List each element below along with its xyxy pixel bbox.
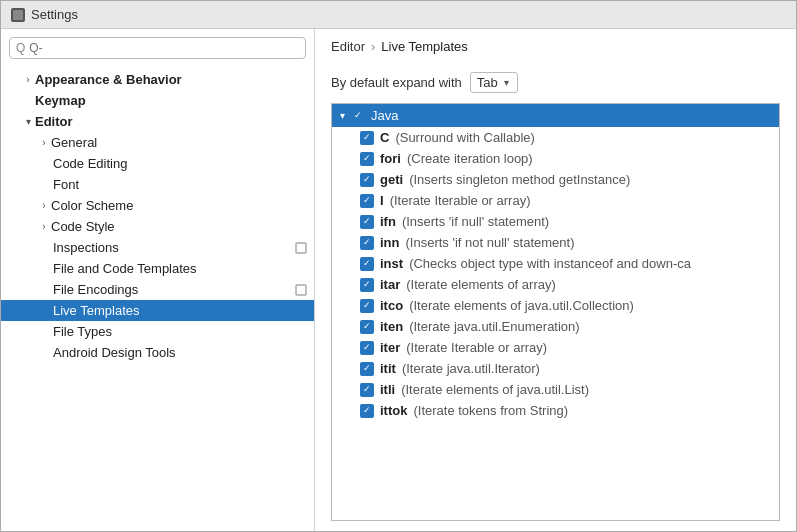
sidebar-label-editor: Editor xyxy=(35,114,314,129)
main-panel: Editor › Live Templates By default expan… xyxy=(315,29,796,531)
tpl-desc-geti: (Inserts singleton method getInstance) xyxy=(409,172,630,187)
template-item-inn[interactable]: inn (Inserts 'if not null' statement) xyxy=(332,232,779,253)
sidebar-label-appearance: Appearance & Behavior xyxy=(35,72,314,87)
check-icon-itar xyxy=(360,278,374,292)
group-expand-icon: ▾ xyxy=(340,110,345,121)
sidebar-item-file-encodings[interactable]: File Encodings xyxy=(1,279,314,300)
sidebar-label-code-editing: Code Editing xyxy=(53,156,314,171)
sidebar-item-keymap[interactable]: Keymap xyxy=(1,90,314,111)
template-item-i[interactable]: I (Iterate Iterable or array) xyxy=(332,190,779,211)
expand-row: By default expand with Tab ▾ xyxy=(331,72,780,93)
collapse-arrow-color-scheme: › xyxy=(37,200,51,211)
sidebar-item-file-code-templates[interactable]: File and Code Templates xyxy=(1,258,314,279)
sidebar-item-editor[interactable]: ▾ Editor xyxy=(1,111,314,132)
sidebar-label-android-design-tools: Android Design Tools xyxy=(53,345,314,360)
breadcrumb-current: Live Templates xyxy=(381,39,467,54)
svg-rect-1 xyxy=(296,243,306,253)
tpl-name-i: I xyxy=(380,193,384,208)
collapse-arrow-code-style: › xyxy=(37,221,51,232)
settings-window: Settings Q › Appearance & Behavior xyxy=(0,0,797,532)
sidebar-item-color-scheme[interactable]: › Color Scheme xyxy=(1,195,314,216)
sidebar-label-inspections: Inspections xyxy=(53,240,294,255)
sidebar-label-file-code-templates: File and Code Templates xyxy=(53,261,314,276)
tpl-name-c: C xyxy=(380,130,389,145)
search-input[interactable] xyxy=(29,41,299,55)
app-icon xyxy=(11,8,25,22)
tpl-desc-itit: (Iterate java.util.Iterator) xyxy=(402,361,540,376)
tpl-desc-ittok: (Iterate tokens from String) xyxy=(413,403,568,418)
group-check-icon xyxy=(351,109,365,123)
tpl-desc-iten: (Iterate java.util.Enumeration) xyxy=(409,319,580,334)
expand-dropdown[interactable]: Tab ▾ xyxy=(470,72,518,93)
sidebar-label-code-style: Code Style xyxy=(51,219,314,234)
collapse-arrow-appearance: › xyxy=(21,74,35,85)
file-encodings-badge xyxy=(294,283,308,297)
sidebar-label-file-encodings: File Encodings xyxy=(53,282,294,297)
sidebar-label-font: Font xyxy=(53,177,314,192)
sidebar-item-general[interactable]: › General xyxy=(1,132,314,153)
sidebar-item-code-style[interactable]: › Code Style xyxy=(1,216,314,237)
inspections-badge xyxy=(294,241,308,255)
tpl-name-ifn: ifn xyxy=(380,214,396,229)
tpl-desc-iter: (Iterate Iterable or array) xyxy=(406,340,547,355)
sidebar-item-code-editing[interactable]: Code Editing xyxy=(1,153,314,174)
sidebar-item-font[interactable]: Font xyxy=(1,174,314,195)
breadcrumb-separator: › xyxy=(371,39,375,54)
tpl-desc-itli: (Iterate elements of java.util.List) xyxy=(401,382,589,397)
tpl-name-itli: itli xyxy=(380,382,395,397)
sidebar-label-color-scheme: Color Scheme xyxy=(51,198,314,213)
sidebar-item-file-types[interactable]: File Types xyxy=(1,321,314,342)
template-item-inst[interactable]: inst (Checks object type with instanceof… xyxy=(332,253,779,274)
search-box[interactable]: Q xyxy=(9,37,306,59)
tpl-name-itar: itar xyxy=(380,277,400,292)
template-item-c[interactable]: C (Surround with Callable) xyxy=(332,127,779,148)
template-item-itli[interactable]: itli (Iterate elements of java.util.List… xyxy=(332,379,779,400)
template-item-itco[interactable]: itco (Iterate elements of java.util.Coll… xyxy=(332,295,779,316)
collapse-arrow-editor: ▾ xyxy=(21,116,35,127)
tpl-name-itco: itco xyxy=(380,298,403,313)
template-item-iter[interactable]: iter (Iterate Iterable or array) xyxy=(332,337,779,358)
sidebar-item-android-design-tools[interactable]: Android Design Tools xyxy=(1,342,314,363)
dropdown-arrow-icon: ▾ xyxy=(504,77,509,88)
tpl-desc-c: (Surround with Callable) xyxy=(395,130,534,145)
breadcrumb: Editor › Live Templates xyxy=(315,29,796,62)
template-item-itar[interactable]: itar (Iterate elements of array) xyxy=(332,274,779,295)
tpl-name-itit: itit xyxy=(380,361,396,376)
check-icon-itit xyxy=(360,362,374,376)
tpl-desc-fori: (Create iteration loop) xyxy=(407,151,533,166)
sidebar-item-appearance[interactable]: › Appearance & Behavior xyxy=(1,69,314,90)
check-icon-fori xyxy=(360,152,374,166)
title-bar: Settings xyxy=(1,1,796,29)
sidebar-label-keymap: Keymap xyxy=(35,93,314,108)
template-item-geti[interactable]: geti (Inserts singleton method getInstan… xyxy=(332,169,779,190)
tpl-desc-i: (Iterate Iterable or array) xyxy=(390,193,531,208)
svg-rect-2 xyxy=(296,285,306,295)
sidebar-item-inspections[interactable]: Inspections xyxy=(1,237,314,258)
template-group-java[interactable]: ▾ Java xyxy=(332,104,779,127)
sidebar: Q › Appearance & Behavior Keymap xyxy=(1,29,315,531)
tpl-name-iter: iter xyxy=(380,340,400,355)
check-icon-geti xyxy=(360,173,374,187)
check-icon-iter xyxy=(360,341,374,355)
template-item-iten[interactable]: iten (Iterate java.util.Enumeration) xyxy=(332,316,779,337)
main-content: By default expand with Tab ▾ ▾ Java xyxy=(315,62,796,531)
tpl-name-ittok: ittok xyxy=(380,403,407,418)
check-icon-inst xyxy=(360,257,374,271)
template-item-itit[interactable]: itit (Iterate java.util.Iterator) xyxy=(332,358,779,379)
template-item-fori[interactable]: fori (Create iteration loop) xyxy=(332,148,779,169)
tpl-name-inst: inst xyxy=(380,256,403,271)
breadcrumb-parent: Editor xyxy=(331,39,365,54)
sidebar-item-live-templates[interactable]: Live Templates xyxy=(1,300,314,321)
tpl-desc-ifn: (Inserts 'if null' statement) xyxy=(402,214,549,229)
tpl-name-inn: inn xyxy=(380,235,400,250)
template-item-ittok[interactable]: ittok (Iterate tokens from String) xyxy=(332,400,779,421)
sidebar-label-general: General xyxy=(51,135,314,150)
tpl-desc-inst: (Checks object type with instanceof and … xyxy=(409,256,691,271)
sidebar-label-file-types: File Types xyxy=(53,324,314,339)
window-title: Settings xyxy=(31,7,78,22)
templates-list: ▾ Java C (Surround with Callable) fori (… xyxy=(331,103,780,521)
tpl-name-fori: fori xyxy=(380,151,401,166)
template-item-ifn[interactable]: ifn (Inserts 'if null' statement) xyxy=(332,211,779,232)
group-name: Java xyxy=(371,108,398,123)
tpl-desc-inn: (Inserts 'if not null' statement) xyxy=(406,235,575,250)
